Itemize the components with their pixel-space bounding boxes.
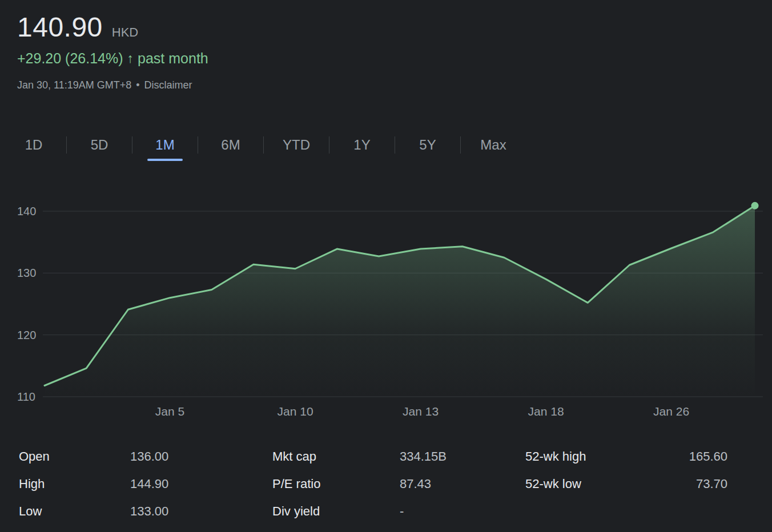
stat-label: High	[19, 477, 130, 491]
x-tick-label: Jan 5	[155, 405, 184, 418]
tab-divider	[329, 136, 329, 154]
currency-label: HKD	[112, 25, 138, 40]
y-tick-label: 120	[17, 329, 36, 341]
tab-max[interactable]: Max	[477, 136, 510, 154]
arrow-up-icon: ↑	[127, 52, 134, 65]
stat-label: P/E ratio	[272, 477, 400, 491]
price-chart[interactable]: 140130120110Jan 5Jan 10Jan 13Jan 18Jan 2…	[0, 194, 772, 422]
tab-divider	[198, 136, 198, 154]
stock-header: 140.90 HKD +29.20 (26.14%) ↑ past month …	[17, 11, 208, 91]
stats-column-1: Open136.00High144.90Low133.00	[19, 443, 272, 525]
stat-row: Open136.00	[19, 443, 272, 470]
stat-row: Mkt cap334.15B	[272, 443, 525, 470]
stat-row: Div yield-	[272, 498, 525, 525]
price-row: 140.90 HKD	[17, 11, 208, 43]
tab-divider	[395, 136, 395, 154]
stat-value: 87.43	[400, 477, 431, 491]
tab-1m[interactable]: 1M	[148, 136, 182, 154]
tab-5d[interactable]: 5D	[83, 136, 116, 154]
stat-label: Open	[19, 449, 130, 464]
x-tick-label: Jan 13	[403, 405, 439, 418]
stat-label: 52-wk low	[525, 477, 581, 491]
y-tick-label: 110	[17, 390, 35, 403]
stat-row: 52-wk high165.60	[525, 443, 772, 470]
stat-row: P/E ratio87.43	[272, 470, 525, 498]
tab-1d[interactable]: 1D	[17, 136, 50, 154]
price-change-row: +29.20 (26.14%) ↑ past month	[17, 50, 208, 67]
stats-table: Open136.00High144.90Low133.00Mkt cap334.…	[0, 443, 772, 525]
tab-ytd[interactable]: YTD	[280, 136, 313, 154]
stat-label: Low	[19, 504, 130, 519]
stat-value: 334.15B	[400, 449, 447, 464]
stats-column-3: 52-wk high165.6052-wk low73.70	[525, 443, 772, 525]
range-tabs: 1D5D1M6MYTD1Y5YMax	[17, 134, 526, 156]
meta-row: Jan 30, 11:19AM GMT+8 • Disclaimer	[17, 79, 208, 91]
stat-value: 133.00	[130, 504, 168, 519]
price-chart-svg[interactable]: 140130120110Jan 5Jan 10Jan 13Jan 18Jan 2…	[0, 194, 772, 422]
stat-value: 136.00	[130, 449, 168, 464]
area-fill	[45, 205, 755, 398]
stats-column-2: Mkt cap334.15BP/E ratio87.43Div yield-	[272, 443, 525, 525]
stat-value: 165.60	[689, 449, 727, 464]
stat-row: 52-wk low73.70	[525, 470, 772, 498]
y-tick-label: 130	[17, 267, 36, 279]
stat-value: -	[400, 504, 404, 519]
x-tick-label: Jan 26	[653, 405, 689, 418]
endpoint-dot	[751, 202, 759, 209]
stat-row: High144.90	[19, 470, 272, 498]
stat-value: 73.70	[696, 477, 727, 491]
stat-label: Div yield	[272, 504, 400, 519]
tab-1y[interactable]: 1Y	[345, 136, 379, 154]
tab-divider	[66, 136, 67, 154]
stat-value: 144.90	[130, 477, 168, 491]
tab-divider	[460, 136, 461, 154]
disclaimer-link[interactable]: Disclaimer	[144, 79, 192, 91]
stat-label: Mkt cap	[272, 449, 400, 464]
x-tick-label: Jan 18	[528, 405, 564, 418]
stat-label: 52-wk high	[525, 449, 586, 464]
tab-5y[interactable]: 5Y	[411, 136, 444, 154]
separator-dot: •	[136, 79, 139, 91]
timestamp: Jan 30, 11:19AM GMT+8	[17, 79, 131, 91]
change-period: past month	[138, 50, 208, 67]
tab-divider	[132, 136, 132, 154]
change-value: +29.20 (26.14%)	[17, 50, 123, 67]
x-tick-label: Jan 10	[278, 405, 313, 418]
y-tick-label: 140	[17, 205, 36, 217]
tab-divider	[263, 136, 264, 154]
tab-6m[interactable]: 6M	[214, 136, 247, 154]
stock-price: 140.90	[17, 11, 103, 43]
stat-row: Low133.00	[19, 498, 272, 525]
